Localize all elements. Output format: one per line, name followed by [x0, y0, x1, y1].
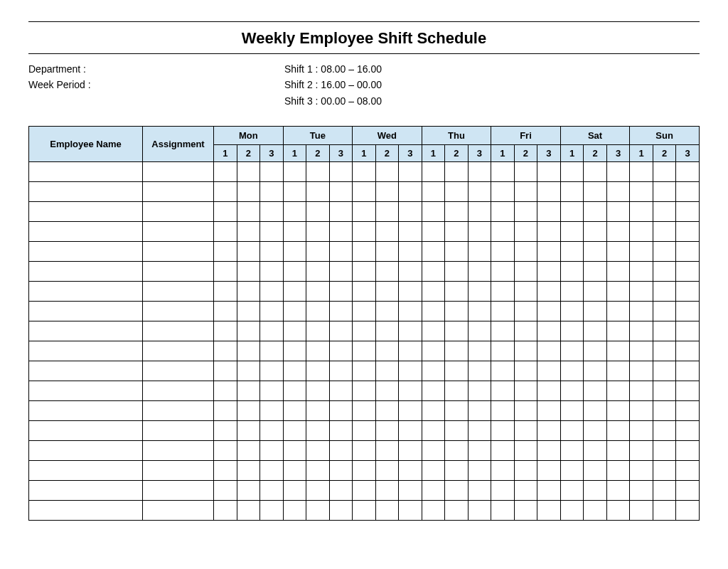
cell-shift [514, 501, 537, 521]
cell-shift [260, 421, 284, 441]
cell-shift [468, 321, 491, 341]
col-day-tue: Tue [283, 127, 353, 145]
cell-employee-name [29, 461, 143, 481]
cell-shift [584, 202, 607, 222]
cell-shift [306, 182, 330, 202]
table-row [29, 202, 700, 222]
cell-shift [537, 481, 561, 501]
cell-shift [676, 282, 700, 302]
table-row [29, 501, 700, 521]
cell-shift [445, 282, 469, 302]
table-row [29, 262, 700, 282]
cell-shift [283, 222, 306, 242]
cell-shift [514, 361, 537, 381]
cell-shift [445, 182, 469, 202]
cell-shift [399, 162, 422, 182]
cell-employee-name [29, 302, 143, 321]
cell-shift [399, 321, 422, 341]
cell-shift [514, 481, 537, 501]
cell-shift [422, 242, 445, 262]
cell-shift [283, 401, 306, 421]
cell-shift [306, 222, 330, 242]
cell-shift [237, 242, 260, 262]
shift1-text: Shift 1 : 08.00 – 16.00 [284, 61, 382, 77]
cell-shift [537, 242, 561, 262]
cell-shift [260, 381, 284, 401]
cell-assignment [143, 202, 214, 222]
cell-shift [514, 222, 537, 242]
cell-shift [653, 262, 676, 282]
table-row [29, 361, 700, 381]
cell-shift [329, 282, 353, 302]
cell-shift [445, 302, 469, 321]
cell-assignment [143, 162, 214, 182]
table-body [29, 162, 700, 521]
cell-shift [606, 302, 630, 321]
cell-shift [560, 401, 584, 421]
col-shift: 1 [422, 145, 445, 162]
meta-block: Department : Week Period : Shift 1 : 08.… [28, 61, 700, 109]
col-shift: 2 [375, 145, 399, 162]
cell-shift [630, 361, 653, 381]
cell-shift [584, 421, 607, 441]
cell-shift [560, 321, 584, 341]
cell-shift [468, 501, 491, 521]
cell-shift [606, 242, 630, 262]
cell-employee-name [29, 321, 143, 341]
cell-shift [214, 282, 237, 302]
cell-shift [676, 461, 700, 481]
cell-shift [584, 441, 607, 461]
cell-shift [606, 441, 630, 461]
cell-shift [283, 282, 306, 302]
cell-shift [283, 182, 306, 202]
col-shift: 3 [537, 145, 561, 162]
col-shift: 3 [399, 145, 422, 162]
cell-shift [329, 421, 353, 441]
cell-shift [514, 341, 537, 361]
cell-assignment [143, 222, 214, 242]
cell-shift [514, 282, 537, 302]
cell-shift [606, 421, 630, 441]
cell-shift [422, 262, 445, 282]
cell-shift [237, 341, 260, 361]
cell-shift [237, 461, 260, 481]
cell-shift [283, 441, 306, 461]
cell-shift [653, 321, 676, 341]
cell-shift [653, 182, 676, 202]
cell-shift [514, 162, 537, 182]
col-shift: 1 [353, 145, 376, 162]
cell-shift [283, 202, 306, 222]
cell-shift [653, 461, 676, 481]
cell-shift [445, 461, 469, 481]
col-day-mon: Mon [214, 127, 284, 145]
cell-shift [468, 441, 491, 461]
cell-shift [329, 222, 353, 242]
cell-shift [237, 361, 260, 381]
cell-shift [606, 341, 630, 361]
cell-employee-name [29, 401, 143, 421]
cell-shift [445, 162, 469, 182]
cell-shift [491, 222, 515, 242]
cell-shift [606, 481, 630, 501]
table-row [29, 222, 700, 242]
cell-shift [653, 222, 676, 242]
cell-shift [468, 401, 491, 421]
col-day-sat: Sat [560, 127, 630, 145]
cell-shift [606, 202, 630, 222]
cell-shift [214, 162, 237, 182]
cell-shift [537, 421, 561, 441]
cell-shift [468, 222, 491, 242]
table-row [29, 302, 700, 321]
cell-shift [353, 162, 376, 182]
cell-shift [260, 162, 284, 182]
cell-shift [584, 162, 607, 182]
cell-shift [214, 481, 237, 501]
cell-shift [283, 302, 306, 321]
cell-shift [653, 421, 676, 441]
cell-employee-name [29, 262, 143, 282]
col-day-sun: Sun [630, 127, 700, 145]
cell-shift [537, 182, 561, 202]
cell-shift [653, 381, 676, 401]
cell-shift [491, 242, 515, 262]
cell-shift [676, 262, 700, 282]
